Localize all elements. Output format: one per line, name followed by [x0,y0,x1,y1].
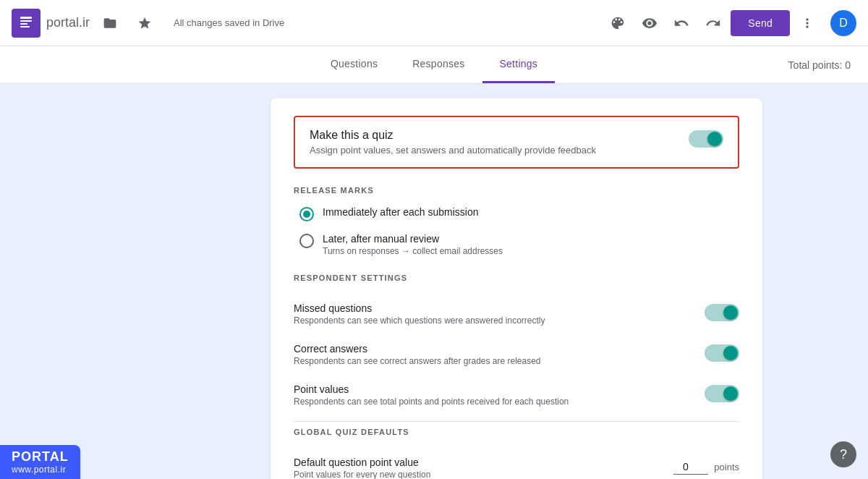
avatar[interactable]: D [830,10,856,36]
tab-questions[interactable]: Questions [313,46,395,83]
app-icon [12,9,41,38]
point-values-title: Point values [294,383,569,395]
eye-icon [642,15,658,31]
app-title: portal.ir [46,15,90,30]
respondent-settings-label: RESPONDENT SETTINGS [294,274,739,282]
watermark-title: PORTAL [12,449,69,465]
default-point-description: Point values for every new question [294,470,430,479]
tab-responses[interactable]: Responses [395,46,482,83]
missed-questions-text: Missed questions Respondents can see whi… [294,302,545,326]
preview-icon-btn[interactable] [635,9,664,38]
header-actions: Send D [603,9,856,38]
quiz-toggle-switch[interactable] [689,130,723,148]
svg-rect-2 [20,23,27,25]
tab-settings[interactable]: Settings [482,46,556,83]
redo-icon [705,15,721,31]
radio-immediately-text: Immediately after each submission [323,206,479,218]
radio-later[interactable]: Later, after manual review Turns on resp… [294,233,739,256]
toggle-thumb [723,386,738,401]
section-divider [294,421,739,422]
point-value-input[interactable] [673,459,708,475]
default-point-row: Default question point value Point value… [294,448,739,479]
correct-answers-title: Correct answers [294,343,541,355]
radio-later-input[interactable] [299,234,314,248]
quiz-toggle-description: Assign point values, set answers and aut… [310,145,596,156]
point-values-text: Point values Respondents can see total p… [294,383,569,407]
radio-later-sublabel: Turns on responses → collect email addre… [323,246,503,256]
star-icon-btn[interactable] [130,9,159,38]
default-point-title: Default question point value [294,457,430,468]
release-marks-group: Immediately after each submission Later,… [294,206,739,256]
palette-icon [610,15,626,31]
correct-answers-description: Respondents can see correct answers afte… [294,356,541,366]
correct-answers-item: Correct answers Respondents can see corr… [294,334,739,375]
point-values-item: Point values Respondents can see total p… [294,375,739,415]
missed-questions-title: Missed questions [294,302,545,314]
radio-later-text: Later, after manual review Turns on resp… [323,233,503,256]
undo-icon [673,15,689,31]
release-marks-label: RELEASE MARKS [294,186,739,195]
quiz-toggle-section: Make this a quiz Assign point values, se… [294,116,739,169]
toggle-thumb [707,132,722,146]
sidebar [106,98,271,479]
radio-immediately-input[interactable] [299,207,314,221]
global-defaults-label: GLOBAL QUIZ DEFAULTS [294,428,739,436]
radio-dot [303,211,310,218]
quiz-toggle-title: Make this a quiz [310,129,596,142]
watermark-url: www.portal.ir [12,465,69,475]
star-icon [137,16,152,30]
header-left: portal.ir All changes saved in Drive [12,9,603,38]
folder-icon [103,16,117,30]
quiz-toggle-text: Make this a quiz Assign point values, se… [310,129,596,156]
svg-rect-1 [20,20,32,22]
correct-answers-toggle[interactable] [705,344,739,362]
more-options-btn[interactable] [793,9,822,38]
main-content: Make this a quiz Assign point values, se… [0,84,868,479]
app-header: portal.ir All changes saved in Drive Sen… [0,0,868,46]
point-values-toggle[interactable] [705,385,739,402]
radio-immediately-label: Immediately after each submission [323,206,479,218]
point-input-row: points [673,459,739,475]
radio-later-label: Later, after manual review [323,233,503,245]
point-values-description: Respondents can see total points and poi… [294,397,569,407]
send-button[interactable]: Send [731,10,790,36]
watermark: PORTAL www.portal.ir [0,445,80,479]
missed-questions-item: Missed questions Respondents can see whi… [294,294,739,334]
points-unit-label: points [714,462,739,472]
default-point-text: Default question point value Point value… [294,457,430,479]
undo-icon-btn[interactable] [667,9,696,38]
help-button[interactable]: ? [830,441,856,467]
total-points-label: Total points: 0 [788,59,851,71]
toggle-thumb [723,346,738,360]
more-vertical-icon [800,16,814,30]
tab-bar: Questions Responses Settings Total point… [0,46,868,84]
forms-icon [17,14,35,32]
svg-rect-0 [20,17,32,19]
missed-questions-description: Respondents can see which questions were… [294,315,545,326]
save-status: All changes saved in Drive [174,17,284,28]
correct-answers-text: Correct answers Respondents can see corr… [294,343,541,366]
toggle-thumb [723,305,738,320]
settings-panel: Make this a quiz Assign point values, se… [271,98,762,479]
missed-questions-toggle[interactable] [705,304,739,321]
palette-icon-btn[interactable] [603,9,632,38]
redo-icon-btn[interactable] [699,9,728,38]
svg-rect-3 [20,26,30,27]
tab-group: Questions Responses Settings [313,46,555,83]
radio-immediately[interactable]: Immediately after each submission [294,206,739,221]
folder-icon-btn[interactable] [95,9,124,38]
